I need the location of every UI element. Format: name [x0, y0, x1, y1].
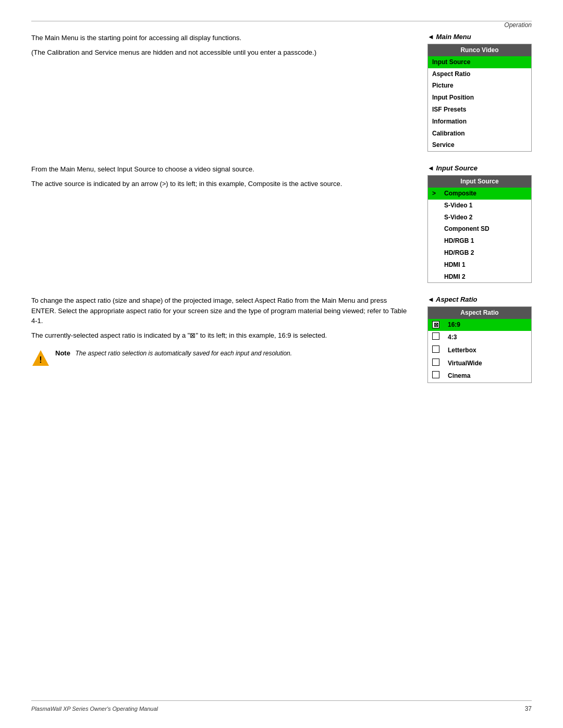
- input-source-header-row: Input Source: [428, 176, 532, 188]
- unchecked-icon-4: [432, 371, 439, 378]
- input-source-item-label-2: S-Video 2: [440, 212, 531, 224]
- main-menu-item-label-1: Aspect Ratio: [428, 68, 532, 80]
- aspect-ratio-check-0: ⊠: [428, 319, 444, 331]
- input-source-text: From the Main Menu, select Input Source …: [31, 164, 412, 189]
- aspect-ratio-header: Aspect Ratio: [428, 307, 532, 319]
- page: Operation The Main Menu is the starting …: [0, 0, 563, 728]
- input-source-table: Input Source > Composite S-Video 1 S-Vid…: [427, 175, 532, 283]
- section-aspect-ratio-right: ◄ Aspect Ratio Aspect Ratio ⊠ 16:9: [427, 295, 532, 396]
- input-source-para2: The active source is indicated by an arr…: [31, 179, 412, 189]
- input-source-item-label-0: Composite: [440, 188, 531, 200]
- input-source-item-6[interactable]: HDMI 1: [428, 259, 532, 271]
- aspect-ratio-check-2: [428, 344, 444, 357]
- input-source-item-label-7: HDMI 2: [440, 271, 531, 283]
- input-source-arrow-1: [428, 200, 440, 212]
- input-source-arrow-6: [428, 259, 440, 271]
- main-menu-item-0[interactable]: Input Source: [428, 56, 532, 68]
- note-box: ! Note The aspect ratio selection is aut…: [31, 349, 412, 369]
- main-menu-item-label-4: ISF Presets: [428, 104, 532, 116]
- main-menu-title: ◄ Main Menu: [427, 33, 532, 41]
- main-menu-section: ◄ Main Menu Runco Video Input Source Asp…: [427, 33, 532, 152]
- main-menu-item-label-7: Service: [428, 139, 532, 151]
- section-main-menu-right: ◄ Main Menu Runco Video Input Source Asp…: [427, 33, 532, 164]
- aspect-ratio-item-4[interactable]: Cinema: [428, 369, 532, 382]
- aspect-ratio-check-3: [428, 357, 444, 370]
- page-footer: PlasmaWall XP Series Owner's Operating M…: [31, 700, 532, 712]
- aspect-ratio-text: To change the aspect ratio (size and sha…: [31, 295, 412, 340]
- section-main-menu-left: The Main Menu is the starting point for …: [31, 33, 412, 164]
- main-menu-item-3[interactable]: Input Position: [428, 92, 532, 104]
- main-menu-item-label-0: Input Source: [428, 56, 532, 68]
- input-source-arrow-3: [428, 223, 440, 235]
- aspect-ratio-check-1: [428, 331, 444, 344]
- main-menu-item-5[interactable]: Information: [428, 116, 532, 128]
- input-source-item-2[interactable]: S-Video 2: [428, 212, 532, 224]
- input-source-item-4[interactable]: HD/RGB 1: [428, 235, 532, 247]
- note-text: The aspect ratio selection is automatica…: [76, 350, 292, 357]
- main-menu-item-7[interactable]: Service: [428, 139, 532, 151]
- svg-text:!: !: [39, 355, 42, 364]
- section-aspect-ratio-left: To change the aspect ratio (size and sha…: [31, 295, 412, 396]
- intro-para1: The Main Menu is the starting point for …: [31, 33, 412, 43]
- aspect-ratio-item-label-1: 4:3: [444, 331, 532, 344]
- main-menu-item-label-3: Input Position: [428, 92, 532, 104]
- main-menu-item-label-2: Picture: [428, 80, 532, 92]
- input-source-arrow-2: [428, 212, 440, 224]
- input-source-item-1[interactable]: S-Video 1: [428, 200, 532, 212]
- main-menu-item-4[interactable]: ISF Presets: [428, 104, 532, 116]
- aspect-ratio-title: ◄ Aspect Ratio: [427, 295, 532, 303]
- section-aspect-ratio: To change the aspect ratio (size and sha…: [31, 295, 532, 396]
- aspect-ratio-item-label-0: 16:9: [444, 319, 532, 331]
- aspect-ratio-item-0[interactable]: ⊠ 16:9: [428, 319, 532, 331]
- main-menu-item-6[interactable]: Calibration: [428, 128, 532, 140]
- note-content: Note The aspect ratio selection is autom…: [55, 349, 292, 358]
- aspect-ratio-item-label-3: VirtualWide: [444, 357, 532, 370]
- aspect-ratio-header-row: Aspect Ratio: [428, 307, 532, 319]
- main-menu-item-label-6: Calibration: [428, 128, 532, 140]
- main-menu-header: Runco Video: [428, 44, 532, 56]
- main-menu-table: Runco Video Input Source Aspect Ratio Pi…: [427, 44, 532, 152]
- input-source-item-0[interactable]: > Composite: [428, 188, 532, 200]
- aspect-ratio-menu-section: ◄ Aspect Ratio Aspect Ratio ⊠ 16:9: [427, 295, 532, 383]
- footer-title: PlasmaWall XP Series Owner's Operating M…: [31, 706, 158, 712]
- input-source-header: Input Source: [428, 176, 532, 188]
- input-source-item-5[interactable]: HD/RGB 2: [428, 247, 532, 259]
- section-input-source-right: ◄ Input Source Input Source > Composite …: [427, 164, 532, 295]
- aspect-ratio-item-2[interactable]: Letterbox: [428, 344, 532, 357]
- arrow-indicator: >: [428, 188, 440, 200]
- input-source-item-label-3: Component SD: [440, 223, 531, 235]
- aspect-ratio-table: Aspect Ratio ⊠ 16:9 4:3: [427, 306, 532, 383]
- aspect-ratio-item-label-4: Cinema: [444, 369, 532, 382]
- intro-para2: (The Calibration and Service menus are h…: [31, 47, 412, 58]
- aspect-ratio-para1: To change the aspect ratio (size and sha…: [31, 295, 412, 326]
- main-menu-item-label-5: Information: [428, 116, 532, 128]
- input-source-arrow-7: [428, 271, 440, 283]
- input-source-item-label-6: HDMI 1: [440, 259, 531, 271]
- intro-text: The Main Menu is the starting point for …: [31, 33, 412, 57]
- section-input-source-left: From the Main Menu, select Input Source …: [31, 164, 412, 295]
- input-source-item-3[interactable]: Component SD: [428, 223, 532, 235]
- checked-icon: ⊠: [432, 321, 439, 328]
- input-source-section: ◄ Input Source Input Source > Composite …: [427, 164, 532, 283]
- main-menu-item-2[interactable]: Picture: [428, 80, 532, 92]
- footer-page-number: 37: [525, 705, 532, 712]
- section-input-source: From the Main Menu, select Input Source …: [31, 164, 532, 295]
- section-label: Operation: [31, 21, 532, 29]
- input-source-item-7[interactable]: HDMI 2: [428, 271, 532, 283]
- input-source-title: ◄ Input Source: [427, 164, 532, 172]
- aspect-ratio-para2: The currently-selected aspect ratio is i…: [31, 330, 412, 341]
- input-source-item-label-4: HD/RGB 1: [440, 235, 531, 247]
- aspect-ratio-item-3[interactable]: VirtualWide: [428, 357, 532, 370]
- note-icon: !: [31, 349, 50, 369]
- input-source-item-label-5: HD/RGB 2: [440, 247, 531, 259]
- main-menu-header-row: Runco Video: [428, 44, 532, 56]
- main-menu-item-1[interactable]: Aspect Ratio: [428, 68, 532, 80]
- aspect-ratio-item-1[interactable]: 4:3: [428, 331, 532, 344]
- input-source-arrow-5: [428, 247, 440, 259]
- unchecked-icon-1: [432, 332, 439, 340]
- input-source-arrow-4: [428, 235, 440, 247]
- unchecked-icon-2: [432, 346, 439, 353]
- note-label: Note: [55, 349, 70, 357]
- aspect-ratio-check-4: [428, 369, 444, 382]
- unchecked-icon-3: [432, 359, 439, 366]
